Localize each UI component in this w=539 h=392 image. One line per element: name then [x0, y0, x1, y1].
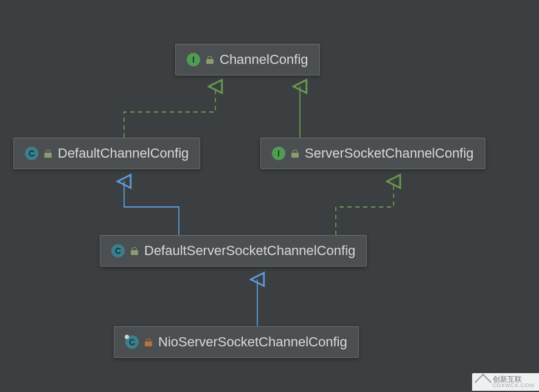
watermark-url: CDXWCX.COM	[493, 383, 535, 388]
edge-defaultchannelconfig-channelconfig	[124, 86, 215, 138]
package-lock-icon	[206, 56, 214, 63]
node-label: ServerSocketChannelConfig	[305, 145, 474, 161]
node-label: NioServerSocketChannelConfig	[158, 334, 347, 350]
node-label: DefaultServerSocketChannelConfig	[144, 243, 355, 259]
static-marker-icon	[125, 335, 129, 339]
watermark-logo-icon	[474, 373, 491, 390]
node-label: DefaultChannelConfig	[58, 145, 189, 161]
edge-dssc-serversocketchannelconfig	[336, 181, 394, 235]
node-defaultserversocketchannelconfig[interactable]: C DefaultServerSocketChannelConfig	[100, 235, 367, 267]
class-icon: C	[111, 244, 125, 257]
node-nioserversocketchannelconfig[interactable]: C NioServerSocketChannelConfig	[114, 326, 359, 358]
edge-dssc-defaultchannelconfig	[124, 181, 179, 235]
node-defaultchannelconfig[interactable]: C DefaultChannelConfig	[13, 138, 200, 169]
node-channelconfig[interactable]: I ChannelConfig	[175, 44, 320, 75]
package-lock-icon	[291, 150, 299, 157]
private-lock-icon	[145, 338, 152, 346]
watermark: 创新互联 CDXWCX.COM	[472, 373, 540, 391]
interface-icon: I	[187, 53, 200, 66]
class-icon: C	[25, 147, 38, 160]
interface-icon: I	[272, 147, 285, 160]
node-serversocketchannelconfig[interactable]: I ServerSocketChannelConfig	[260, 138, 485, 169]
package-lock-icon	[44, 150, 52, 157]
node-label: ChannelConfig	[220, 52, 308, 68]
package-lock-icon	[131, 247, 138, 254]
